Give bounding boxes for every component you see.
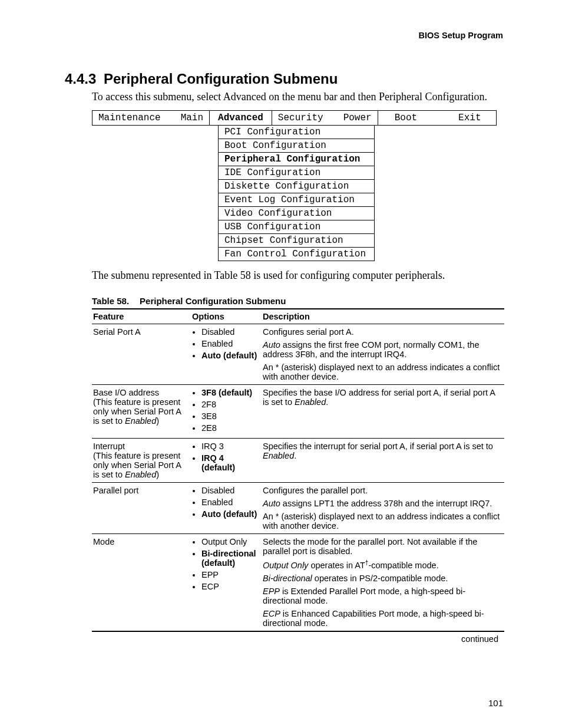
desc-line: Specifies the interrupt for serial port … xyxy=(263,442,501,460)
feature-note-italic: Enabled xyxy=(125,416,156,426)
desc-line: Auto assigns LPT1 the address 378h and t… xyxy=(263,499,501,508)
table-caption: Table 58.Peripheral Configuration Submen… xyxy=(92,296,503,306)
desc-line: Auto assigns the first free COM port, no… xyxy=(263,340,501,359)
col-header-feature: Feature xyxy=(92,309,191,324)
submenu-item: USB Configuration xyxy=(219,220,375,234)
options-cell: 3F8 (default) 2F8 3E8 2E8 xyxy=(191,385,262,439)
menubar-boot: Boot xyxy=(395,113,417,123)
desc-text: Specifies the interrupt for serial port … xyxy=(263,442,493,451)
option-item: IRQ 3 xyxy=(201,442,258,451)
option-item: Enabled xyxy=(201,339,258,348)
menubar-cell-security-power: SecurityPower xyxy=(272,111,378,126)
table-title: Peripheral Configuration Submenu xyxy=(140,296,286,306)
description-cell: Specifies the interrupt for serial port … xyxy=(262,439,504,483)
description-cell: Selects the mode for the parallel port. … xyxy=(262,534,504,631)
feature-name: Base I/O address xyxy=(93,388,159,397)
table-row: Mode Output Only Bi-directional (default… xyxy=(92,534,504,631)
option-item: EPP xyxy=(201,570,258,579)
feature-cell: Mode xyxy=(92,534,191,631)
section-number: 4.4.3 xyxy=(65,71,104,87)
submenu-item: PCI Configuration xyxy=(219,126,375,139)
menubar-exit: Exit xyxy=(458,113,481,123)
description-cell: Specifies the base I/O address for seria… xyxy=(262,385,504,439)
desc-line: EPP is Extended Parallel Port mode, a hi… xyxy=(263,587,501,605)
description-cell: Configures the parallel port. Auto assig… xyxy=(262,483,504,534)
desc-text: operates in AT xyxy=(308,561,365,570)
desc-italic: Enabled xyxy=(263,451,294,460)
desc-italic: EPP xyxy=(263,587,280,596)
description-cell: Configures serial port A. Auto assigns t… xyxy=(262,324,504,385)
options-cell: IRQ 3 IRQ 4 (default) xyxy=(191,439,262,483)
intro-paragraph: To access this submenu, select Advanced … xyxy=(92,91,503,103)
option-item: 2F8 xyxy=(201,400,258,409)
submenu-item: IDE Configuration xyxy=(219,166,375,180)
peripheral-config-table: Feature Options Description Serial Port … xyxy=(92,308,504,632)
submenu-item: Video Configuration xyxy=(219,207,375,220)
feature-cell: Parallel port xyxy=(92,483,191,534)
desc-text: . xyxy=(294,451,296,460)
desc-line: Configures the parallel port. xyxy=(263,486,501,495)
body-paragraph: The submenu represented in Table 58 is u… xyxy=(92,269,503,282)
desc-text: . xyxy=(326,397,328,407)
options-cell: Disabled Enabled Auto (default) xyxy=(191,483,262,534)
table-number: Table 58. xyxy=(92,296,129,306)
submenu-item: Event Log Configuration xyxy=(219,193,375,207)
menubar-advanced: Advanced xyxy=(210,111,272,126)
desc-italic: Bi-directional xyxy=(263,574,312,583)
advanced-submenu: PCI Configuration Boot Configuration Per… xyxy=(218,126,375,261)
desc-line: An * (asterisk) displayed next to an add… xyxy=(263,512,501,531)
desc-text: -compatible mode. xyxy=(368,561,438,570)
table-row: Base I/O address (This feature is presen… xyxy=(92,385,504,439)
feature-cell: Serial Port A xyxy=(92,324,191,385)
option-item-default: Auto (default) xyxy=(201,509,258,519)
col-header-options: Options xyxy=(191,309,262,324)
options-cell: Disabled Enabled Auto (default) xyxy=(191,324,262,385)
submenu-item: Diskette Configuration xyxy=(219,180,375,193)
option-item: Disabled xyxy=(201,486,258,495)
desc-line: Selects the mode for the parallel port. … xyxy=(263,537,501,556)
desc-line: Bi-directional operates in PS/2-compatib… xyxy=(263,574,501,583)
option-item: 3E8 xyxy=(201,411,258,421)
desc-text: assigns the first free COM port, normall… xyxy=(263,340,479,359)
desc-text: is Extended Parallel Port mode, a high-s… xyxy=(263,587,465,605)
option-item: 2E8 xyxy=(201,423,258,433)
table-row: Serial Port A Disabled Enabled Auto (def… xyxy=(92,324,504,385)
desc-text: is Enhanced Capabilities Port mode, a hi… xyxy=(263,609,484,628)
page-number: 101 xyxy=(488,698,503,708)
submenu-item: Boot Configuration xyxy=(219,139,375,153)
desc-line: Specifies the base I/O address for seria… xyxy=(263,388,501,407)
options-cell: Output Only Bi-directional (default) EPP… xyxy=(191,534,262,631)
table-row: Interrupt (This feature is present only … xyxy=(92,439,504,483)
bios-menubar: MaintenanceMain Advanced SecurityPower B… xyxy=(92,110,497,126)
option-item-default: Bi-directional (default) xyxy=(201,549,258,568)
menubar-security: Security xyxy=(278,113,323,123)
option-item: Output Only xyxy=(201,537,258,546)
feature-note-italic: Enabled xyxy=(125,470,156,479)
menubar-main: Main xyxy=(181,113,203,123)
menubar-cell-maintenance-main: MaintenanceMain xyxy=(92,111,210,126)
section-title-text: Peripheral Configuration Submenu xyxy=(104,71,338,87)
continued-indicator: continued xyxy=(461,634,557,644)
feature-note-text: ) xyxy=(156,470,159,479)
option-item: Disabled xyxy=(201,327,258,337)
menubar-cell-boot-exit: BootExit xyxy=(378,111,496,126)
option-item-default: Auto (default) xyxy=(201,351,258,360)
submenu-item: Fan Control Configuration xyxy=(219,248,375,261)
feature-note-text: ) xyxy=(156,416,159,426)
desc-italic: Output Only xyxy=(263,561,308,570)
desc-line: Configures serial port A. xyxy=(263,327,501,337)
desc-line: ECP is Enhanced Capabilities Port mode, … xyxy=(263,609,501,628)
desc-italic: Enabled xyxy=(295,397,326,407)
feature-name: Interrupt xyxy=(93,442,125,451)
option-item: ECP xyxy=(201,582,258,591)
option-item: Enabled xyxy=(201,498,258,507)
desc-text: operates in PS/2-compatible mode. xyxy=(312,574,448,583)
table-row: Parallel port Disabled Enabled Auto (def… xyxy=(92,483,504,534)
desc-italic: Auto xyxy=(263,499,280,508)
option-item-default: 3F8 (default) xyxy=(201,388,258,397)
option-item-default: IRQ 4 (default) xyxy=(201,453,258,472)
menubar-power: Power xyxy=(343,113,372,123)
desc-text: assigns LPT1 the address 378h and the in… xyxy=(280,499,492,508)
desc-line: An * (asterisk) displayed next to an add… xyxy=(263,363,501,381)
feature-cell: Base I/O address (This feature is presen… xyxy=(92,385,191,439)
